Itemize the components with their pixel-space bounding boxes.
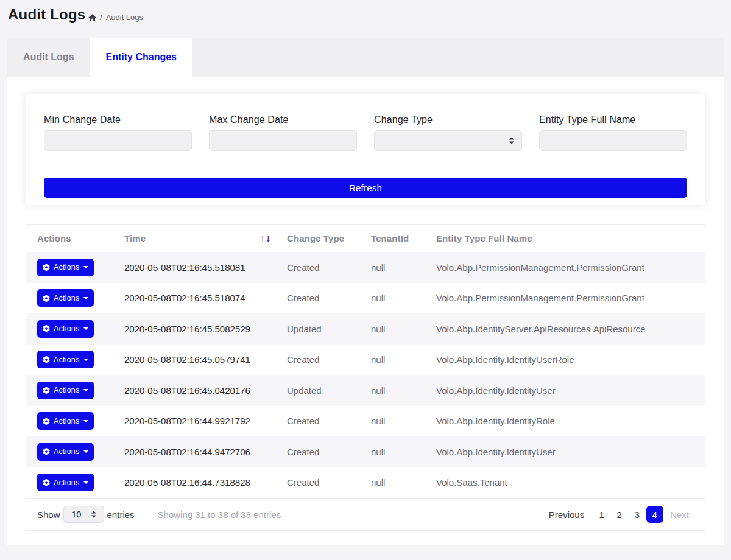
actions-button-label: Actions xyxy=(54,294,79,303)
row-actions-button[interactable]: Actions xyxy=(37,320,94,338)
column-header-label: Time xyxy=(124,233,146,243)
row-actions-button[interactable]: Actions xyxy=(37,412,94,430)
table-row: Actions2020-05-08T02:16:45.5082529Update… xyxy=(26,313,705,345)
refresh-button[interactable]: Refresh xyxy=(44,178,687,198)
tab-strip: Audit LogsEntity Changes xyxy=(7,38,724,77)
gear-icon xyxy=(43,325,50,332)
actions-button-label: Actions xyxy=(54,355,79,364)
row-actions-button[interactable]: Actions xyxy=(37,289,94,307)
filter-card: Min Change DateMax Change DateChange Typ… xyxy=(26,94,705,205)
pagination-page-3[interactable]: 3 xyxy=(629,506,646,523)
table-row: Actions2020-05-08T02:16:44.9472706Create… xyxy=(26,436,705,467)
row-actions-button[interactable]: Actions xyxy=(37,259,94,276)
entries-label: entries xyxy=(107,509,135,520)
pagination-page-1[interactable]: 1 xyxy=(593,506,610,523)
change-type-cell: Created xyxy=(276,406,360,437)
actions-button-label: Actions xyxy=(54,478,79,487)
tenant-id-cell: null xyxy=(360,283,425,314)
gear-icon xyxy=(43,295,50,302)
page-size-value: 10 xyxy=(64,509,90,519)
tenant-id-cell: null xyxy=(360,252,425,283)
table-header-row: ActionsTime↑↓Change TypeTenantIdEntity T… xyxy=(26,225,705,252)
entity-type-cell: Volo.Saas.Tenant xyxy=(425,467,705,499)
sort-icon[interactable]: ↑↓ xyxy=(259,234,271,243)
caret-down-icon xyxy=(83,389,88,391)
gear-icon xyxy=(43,448,50,455)
table-row: Actions2020-05-08T02:16:45.0579741Create… xyxy=(26,345,705,376)
change-type-select[interactable] xyxy=(374,130,522,151)
caret-down-icon xyxy=(83,420,88,422)
actions-button-label: Actions xyxy=(54,263,79,271)
column-header-entity-type-full-name[interactable]: Entity Type Full Name xyxy=(425,225,705,252)
page-header: Audit Logs / Audit Logs xyxy=(0,0,731,38)
caret-down-icon xyxy=(83,297,88,299)
tenant-id-cell: null xyxy=(360,406,425,437)
min-change-date-input[interactable] xyxy=(44,130,192,151)
caret-down-icon xyxy=(83,450,88,453)
entity-type-cell: Volo.Abp.Identity.IdentityUserRole xyxy=(425,345,705,376)
actions-button-label: Actions xyxy=(54,447,79,456)
content-panel: Min Change DateMax Change DateChange Typ… xyxy=(7,77,724,545)
home-icon[interactable] xyxy=(88,14,96,21)
row-actions-button[interactable]: Actions xyxy=(37,474,94,491)
tenant-id-cell: null xyxy=(360,313,425,345)
column-header-time[interactable]: Time↑↓ xyxy=(113,225,276,252)
tab-audit-logs[interactable]: Audit Logs xyxy=(7,38,90,77)
entity-changes-table: ActionsTime↑↓Change TypeTenantIdEntity T… xyxy=(26,224,705,531)
time-cell: 2020-05-08T02:16:44.9472706 xyxy=(113,436,276,467)
row-actions-button[interactable]: Actions xyxy=(37,351,94,368)
time-cell: 2020-05-08T02:16:44.7318828 xyxy=(113,467,276,499)
tenant-id-cell: null xyxy=(360,345,425,376)
entity-type-cell: Volo.Abp.Identity.IdentityRole xyxy=(425,406,705,437)
row-actions-button[interactable]: Actions xyxy=(37,443,94,461)
entity-type-cell: Volo.Abp.IdentityServer.ApiResources.Api… xyxy=(425,313,705,345)
change-type-cell: Updated xyxy=(276,313,360,345)
breadcrumb-current: Audit Logs xyxy=(106,13,143,22)
table-footer: Show 10 entries Showing 31 to 38 of 38 e… xyxy=(26,498,705,530)
gear-icon xyxy=(43,479,50,486)
breadcrumb: / Audit Logs xyxy=(88,13,143,22)
column-header-change-type[interactable]: Change Type xyxy=(276,225,360,252)
change-type-cell: Created xyxy=(276,252,360,283)
filter-grid: Min Change DateMax Change DateChange Typ… xyxy=(44,113,687,151)
pagination-next[interactable]: Next xyxy=(669,506,690,523)
page-size-select[interactable]: 10 xyxy=(63,506,104,523)
gear-icon xyxy=(43,356,50,363)
pagination-previous[interactable]: Previous xyxy=(548,506,585,523)
table-row: Actions2020-05-08T02:16:44.9921792Create… xyxy=(26,406,705,437)
row-actions-button[interactable]: Actions xyxy=(37,382,94,399)
show-label: Show xyxy=(37,509,60,520)
column-header-tenantid[interactable]: TenantId xyxy=(360,225,425,252)
time-cell: 2020-05-08T02:16:45.0579741 xyxy=(113,345,276,376)
column-header-label: Change Type xyxy=(287,233,344,243)
actions-button-label: Actions xyxy=(54,386,79,394)
entity-type-full-name-input[interactable] xyxy=(539,130,687,151)
change-type-cell: Updated xyxy=(276,375,360,406)
page-title: Audit Logs xyxy=(8,6,85,23)
entity-type-cell: Volo.Abp.Identity.IdentityUser xyxy=(425,436,705,467)
time-cell: 2020-05-08T02:16:45.5082529 xyxy=(113,313,276,345)
tenant-id-cell: null xyxy=(360,436,425,467)
actions-button-label: Actions xyxy=(54,417,79,425)
filter-field-entity-type-full-name: Entity Type Full Name xyxy=(539,113,687,151)
caret-down-icon xyxy=(83,266,88,268)
gear-icon xyxy=(43,387,50,394)
filter-label-max-change-date: Max Change Date xyxy=(209,113,357,127)
entries-info: Showing 31 to 38 of 38 entries xyxy=(158,509,281,520)
tab-entity-changes[interactable]: Entity Changes xyxy=(90,38,192,77)
table-row: Actions2020-05-08T02:16:45.518081Created… xyxy=(26,252,705,283)
table-row: Actions2020-05-08T02:16:45.518074Created… xyxy=(26,283,705,314)
column-header-label: TenantId xyxy=(371,233,409,243)
max-change-date-input[interactable] xyxy=(209,130,357,151)
column-header-actions[interactable]: Actions xyxy=(26,225,113,252)
pagination: Previous1234Next xyxy=(548,506,694,523)
change-type-cell: Created xyxy=(276,283,360,314)
pagination-page-2[interactable]: 2 xyxy=(611,506,628,523)
time-cell: 2020-05-08T02:16:44.9921792 xyxy=(113,406,276,437)
entity-type-cell: Volo.Abp.PermissionManagement.Permission… xyxy=(425,252,705,283)
pagination-page-4[interactable]: 4 xyxy=(646,506,663,523)
filter-label-min-change-date: Min Change Date xyxy=(44,113,192,127)
tenant-id-cell: null xyxy=(360,375,425,406)
gear-icon xyxy=(43,264,50,271)
actions-button-label: Actions xyxy=(54,324,79,333)
